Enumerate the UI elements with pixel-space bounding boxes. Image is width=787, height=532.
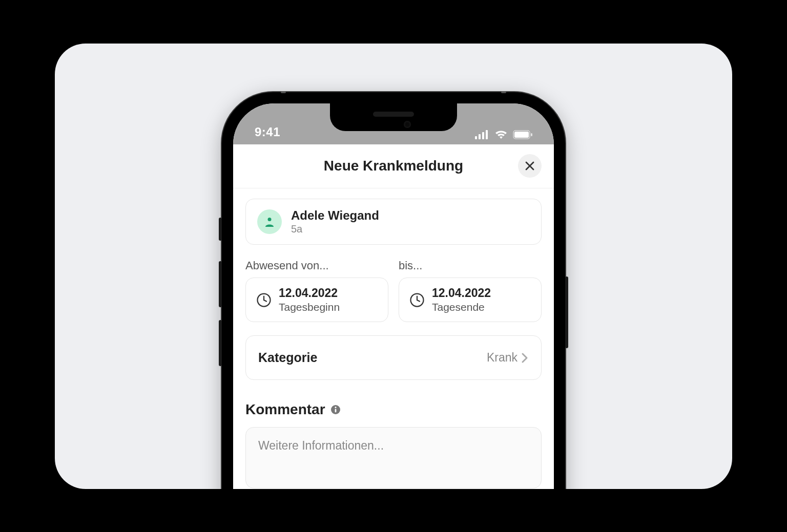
person-class: 5a: [291, 223, 379, 235]
from-date-sub: Tagesbeginn: [279, 301, 340, 313]
to-column: bis... 12.04.2022 Tagesende: [399, 259, 542, 322]
category-value: Krank: [487, 351, 517, 365]
category-value-wrap: Krank: [487, 351, 529, 365]
antenna-line: [501, 91, 506, 93]
clock-icon: [409, 292, 425, 308]
phone-volume-down: [219, 320, 222, 366]
svg-rect-6: [531, 133, 532, 136]
to-date-sub: Tagesende: [432, 301, 491, 313]
to-label: bis...: [399, 259, 542, 272]
svg-rect-5: [514, 132, 529, 138]
to-date-value: 12.04.2022: [432, 286, 491, 301]
info-icon: [330, 405, 341, 415]
category-label: Kategorie: [258, 350, 317, 365]
clock-icon: [256, 292, 272, 308]
app-canvas: 9:41: [55, 44, 732, 489]
svg-point-7: [268, 218, 272, 221]
person-icon: [263, 216, 276, 228]
svg-rect-1: [479, 134, 481, 139]
svg-point-11: [335, 407, 336, 408]
wifi-icon: [494, 130, 508, 139]
to-date-picker[interactable]: 12.04.2022 Tagesende: [399, 278, 542, 322]
phone-power-button: [565, 276, 568, 348]
status-time: 9:41: [255, 125, 280, 139]
comment-input[interactable]: [245, 427, 542, 488]
close-icon: [525, 161, 535, 171]
person-info: Adele Wiegand 5a: [291, 208, 379, 236]
category-selector[interactable]: Kategorie Krank: [245, 335, 542, 380]
date-range: Abwesend von... 12.04.2022 Tagesbeginn: [245, 259, 542, 322]
comment-title-text: Kommentar: [245, 401, 325, 418]
svg-rect-3: [486, 130, 488, 139]
phone-screen: 9:41: [233, 103, 554, 489]
avatar: [257, 209, 282, 234]
from-date-value: 12.04.2022: [279, 286, 340, 301]
phone-mute-switch: [219, 218, 222, 241]
person-name: Adele Wiegand: [291, 208, 379, 223]
phone-camera: [404, 121, 411, 128]
form-content: Adele Wiegand 5a Abwesend von...: [233, 188, 554, 489]
status-icons: [475, 130, 532, 139]
close-button[interactable]: [518, 154, 542, 178]
comment-section-title: Kommentar: [245, 401, 542, 418]
page-title: Neue Krankmeldung: [324, 158, 463, 174]
svg-rect-0: [475, 136, 477, 139]
cellular-icon: [475, 130, 489, 139]
phone-frame: 9:41: [222, 92, 565, 489]
person-selector[interactable]: Adele Wiegand 5a: [245, 199, 542, 245]
svg-rect-12: [335, 409, 336, 413]
antenna-line: [281, 91, 286, 93]
from-date-picker[interactable]: 12.04.2022 Tagesbeginn: [245, 278, 388, 322]
from-column: Abwesend von... 12.04.2022 Tagesbeginn: [245, 259, 388, 322]
battery-icon: [513, 130, 532, 139]
chevron-right-icon: [521, 352, 529, 364]
phone-notch: [330, 103, 457, 131]
phone-speaker: [373, 112, 414, 117]
svg-rect-2: [482, 132, 484, 139]
modal-header: Neue Krankmeldung: [233, 144, 554, 188]
from-label: Abwesend von...: [245, 259, 388, 272]
phone-volume-up: [219, 261, 222, 307]
